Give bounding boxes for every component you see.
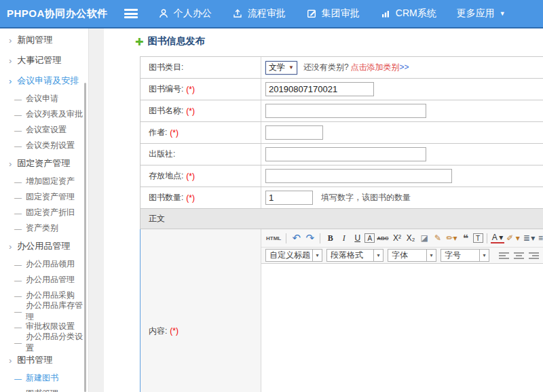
author-input[interactable] bbox=[265, 125, 323, 140]
category-select[interactable]: 文学 ▼ bbox=[265, 61, 297, 75]
sidebar-item[interactable]: — 办公用品分类设置 bbox=[0, 334, 88, 350]
editor-toolbar-button[interactable] bbox=[286, 233, 286, 243]
editor-toolbar-button[interactable]: A ▾ bbox=[491, 233, 505, 243]
sidebar-item[interactable]: — 办公用品管理 bbox=[0, 272, 88, 288]
app-logo: PHPOA协同办公软件 bbox=[7, 7, 108, 20]
editor-toolbar-button[interactable]: X² bbox=[391, 232, 404, 245]
book-code-input[interactable] bbox=[265, 82, 374, 96]
sidebar-item[interactable]: — 办公用品库存管理 bbox=[0, 303, 88, 319]
sidebar-item[interactable]: › 会议申请及安排 bbox=[0, 71, 88, 91]
sidebar-item[interactable]: — 增加固定资产 bbox=[0, 174, 88, 189]
align-left-icon[interactable] bbox=[499, 252, 509, 259]
editor-toolbar-button[interactable]: A bbox=[364, 233, 375, 243]
page-title: 图书信息发布 bbox=[148, 35, 205, 47]
nav-label: 个人办公 bbox=[174, 7, 212, 20]
nav-more-apps[interactable]: 更多应用 ▼ bbox=[457, 7, 506, 20]
sidebar-item-prefix-icon: — bbox=[14, 193, 22, 201]
custom-heading-select[interactable]: 自定义标题▾ bbox=[265, 249, 322, 262]
sidebar-item-prefix-icon: — bbox=[14, 292, 22, 300]
publisher-input[interactable] bbox=[265, 147, 426, 161]
sidebar-item-prefix-icon: — bbox=[14, 338, 22, 347]
add-category-link[interactable]: 点击添加类别>> bbox=[351, 62, 409, 73]
sidebar-item[interactable]: › 办公用品管理 bbox=[0, 236, 88, 256]
select-caret-icon: ▾ bbox=[312, 250, 322, 261]
sidebar-item[interactable]: — 会议类别设置 bbox=[0, 138, 88, 153]
editor-toolbar-button[interactable]: ↶ bbox=[290, 232, 303, 245]
quantity-input[interactable] bbox=[265, 191, 313, 205]
editor-toolbar-button[interactable]: ❝ bbox=[460, 232, 472, 245]
editor-toolbar-button[interactable]: X₂ bbox=[405, 232, 417, 245]
sidebar-item-label: 会议申请及安排 bbox=[17, 75, 79, 87]
sidebar-item-label: 会议室设置 bbox=[26, 124, 67, 136]
editor-toolbar-button[interactable]: U bbox=[351, 232, 364, 245]
crm-chart-icon bbox=[380, 8, 391, 19]
editor-toolbar-button[interactable]: ◪ bbox=[418, 232, 431, 245]
font-family-select[interactable]: 字体▾ bbox=[388, 249, 436, 262]
sidebar-item[interactable]: — 办公用品领用 bbox=[0, 256, 88, 272]
editor-toolbar-button[interactable] bbox=[320, 233, 320, 243]
required-mark: (*) bbox=[186, 193, 195, 203]
sidebar-item[interactable]: — 新建图书 bbox=[0, 370, 88, 386]
sidebar-item[interactable]: › 新闻管理 bbox=[0, 30, 88, 50]
nav-personal-office[interactable]: 个人办公 bbox=[158, 7, 212, 20]
sidebar-item-prefix-icon: — bbox=[14, 390, 22, 392]
align-center-icon[interactable] bbox=[514, 252, 524, 259]
nav-label: CRM系统 bbox=[396, 7, 436, 20]
content-label: 内容:(*) bbox=[141, 229, 261, 392]
sidebar-item-prefix-icon: — bbox=[14, 307, 22, 315]
sidebar-item[interactable]: — 会议室设置 bbox=[0, 122, 88, 138]
nav-flow-approval[interactable]: 流程审批 bbox=[232, 7, 286, 20]
sidebar-item[interactable]: — 会议申请 bbox=[0, 91, 88, 106]
editor-toolbar-button[interactable]: ≡ ▾ bbox=[536, 232, 543, 245]
menu-hamburger-icon[interactable] bbox=[124, 9, 138, 18]
sidebar-item-label: 新建图书 bbox=[26, 372, 58, 384]
paragraph-format-select[interactable]: 段落格式▾ bbox=[326, 249, 383, 262]
sidebar-item-label: 办公用品管理 bbox=[26, 274, 75, 286]
editor-toolbar-button[interactable] bbox=[487, 233, 487, 243]
editor-toolbar-button[interactable]: ✐ ▾ bbox=[505, 232, 521, 245]
author-label: 作者:(*) bbox=[141, 122, 261, 143]
font-size-select[interactable]: 字号▾ bbox=[441, 249, 489, 262]
sidebar-item-label: 办公用品库存管理 bbox=[26, 300, 88, 323]
sidebar-item-label: 固定资产折旧 bbox=[26, 207, 75, 218]
nav-crm-system[interactable]: CRM系统 bbox=[380, 7, 436, 20]
sidebar-item-label: 固定资产管理 bbox=[26, 191, 75, 203]
quantity-hint: 填写数字，该图书的数量 bbox=[321, 192, 411, 203]
caret-down-icon: ▼ bbox=[500, 11, 506, 17]
sidebar-item-prefix-icon: › bbox=[9, 355, 12, 366]
location-input[interactable] bbox=[265, 169, 452, 183]
sidebar-item[interactable]: — 资产类别 bbox=[0, 220, 88, 236]
sidebar-item-prefix-icon: — bbox=[14, 142, 22, 150]
book-name-input[interactable] bbox=[265, 104, 426, 118]
nav-label: 集团审批 bbox=[322, 7, 360, 20]
align-right-icon[interactable] bbox=[529, 252, 539, 259]
editor-toolbar-button[interactable]: B bbox=[324, 232, 337, 245]
code-label: 图书编号:(*) bbox=[141, 79, 261, 100]
sidebar-item[interactable]: — 固定资产管理 bbox=[0, 189, 88, 205]
sidebar-item[interactable]: — 会议列表及审批 bbox=[0, 106, 88, 122]
add-icon: ✚ bbox=[135, 37, 144, 47]
sidebar-item-prefix-icon: › bbox=[9, 76, 12, 86]
sidebar-item-label: 大事记管理 bbox=[17, 54, 61, 66]
editor-content-area[interactable] bbox=[261, 264, 543, 392]
category-label: 图书类目: bbox=[141, 57, 261, 78]
sidebar-item-label: 图书管理 bbox=[17, 354, 52, 366]
sidebar-item[interactable]: › 大事记管理 bbox=[0, 50, 88, 71]
sidebar-scrollbar[interactable] bbox=[84, 83, 86, 392]
editor-toolbar-button[interactable]: ✎ bbox=[432, 232, 445, 245]
nav-group-approval[interactable]: 集团审批 bbox=[306, 7, 360, 20]
editor-toolbar-button[interactable]: ↷ bbox=[303, 232, 316, 245]
editor-toolbar-button[interactable]: T bbox=[473, 233, 483, 243]
body-section-header: 正文 bbox=[140, 209, 543, 229]
sidebar-item[interactable]: › 固定资产管理 bbox=[0, 153, 88, 174]
sidebar-item[interactable]: — 图书管理 bbox=[0, 386, 88, 392]
editor-toolbar-button[interactable]: ✏▾ bbox=[445, 232, 459, 245]
sidebar-item[interactable]: — 固定资产折旧 bbox=[0, 205, 88, 220]
select-caret-icon: ▾ bbox=[426, 250, 436, 261]
editor-toolbar-button[interactable]: HTML bbox=[265, 232, 282, 245]
select-caret-icon: ▾ bbox=[373, 250, 383, 261]
editor-toolbar-button[interactable]: I bbox=[337, 232, 350, 245]
sidebar-item-label: 资产类别 bbox=[26, 222, 58, 234]
editor-toolbar-button[interactable]: ABC bbox=[375, 232, 390, 245]
editor-toolbar-button[interactable]: ≣ ▾ bbox=[522, 232, 536, 245]
